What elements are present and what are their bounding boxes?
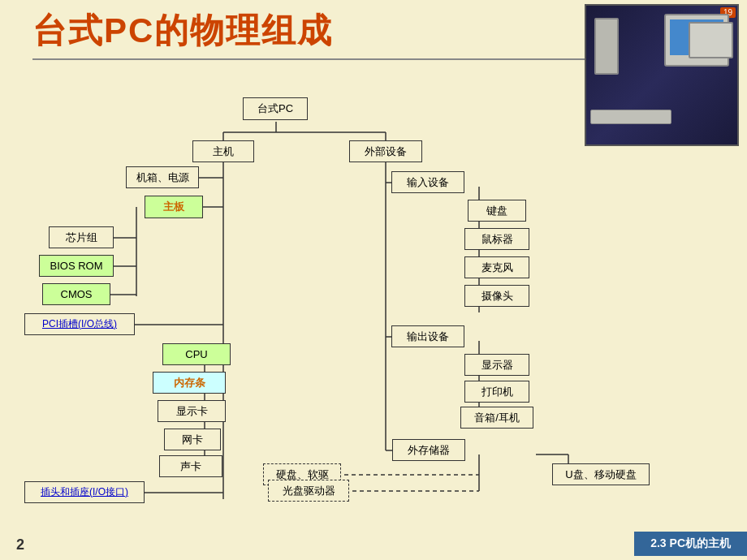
pc-tower-icon <box>594 18 619 75</box>
node-sound-card: 声卡 <box>159 455 222 477</box>
node-mouse: 鼠标器 <box>464 228 529 250</box>
node-cmos: CMOS <box>42 283 110 305</box>
node-cpu: CPU <box>162 343 231 365</box>
node-microphone: 麦克风 <box>464 256 529 278</box>
node-pci-slot: PCI插槽(I/O总线) <box>24 313 135 335</box>
node-speaker: 音箱/耳机 <box>460 407 533 429</box>
diagram-area: 台式PC 主机 外部设备 机箱、电源 主板 芯片组 BIOS ROM CMOS … <box>0 93 747 532</box>
node-host: 主机 <box>192 140 254 162</box>
node-bios-rom: BIOS ROM <box>39 255 114 277</box>
title-area: 台式PC的物理组成 <box>32 8 585 60</box>
node-plug-socket: 插头和插座(I/O接口) <box>24 481 145 503</box>
node-network-card: 网卡 <box>164 429 221 450</box>
node-optical: 光盘驱动器 <box>268 480 349 502</box>
node-printer: 打印机 <box>464 381 529 403</box>
pc-printer-icon <box>689 22 733 58</box>
node-output-device: 输出设备 <box>391 325 464 347</box>
node-chassis: 机箱、电源 <box>126 166 199 188</box>
node-desktop-pc: 台式PC <box>243 97 308 120</box>
node-peripheral: 外部设备 <box>349 140 422 162</box>
page-number: 2 <box>16 536 24 554</box>
node-keyboard: 键盘 <box>468 200 526 222</box>
node-usb-storage: U盘、移动硬盘 <box>552 463 650 485</box>
node-display-card: 显示卡 <box>158 400 226 422</box>
node-ext-storage: 外存储器 <box>392 439 465 461</box>
node-chipset: 芯片组 <box>49 226 114 248</box>
node-monitor: 显示器 <box>464 354 529 376</box>
footer-label: 2.3 PC机的主机 <box>634 532 747 556</box>
node-motherboard: 主板 <box>145 196 203 218</box>
title-underline <box>32 58 585 60</box>
node-camera: 摄像头 <box>464 285 529 307</box>
node-memory: 内存条 <box>153 372 226 394</box>
main-title: 台式PC的物理组成 <box>32 8 585 54</box>
node-input-device: 输入设备 <box>391 171 464 193</box>
